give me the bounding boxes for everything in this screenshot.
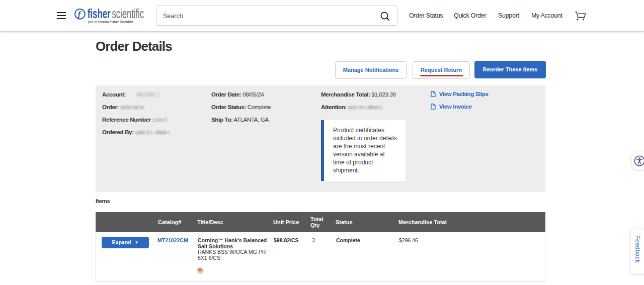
svg-text:f: f (78, 10, 82, 19)
svg-text:scientific: scientific (112, 8, 144, 21)
svg-text:part of Thermo Fisher Scientif: part of Thermo Fisher Scientific (88, 20, 133, 24)
svg-text:fisher: fisher (88, 8, 111, 21)
